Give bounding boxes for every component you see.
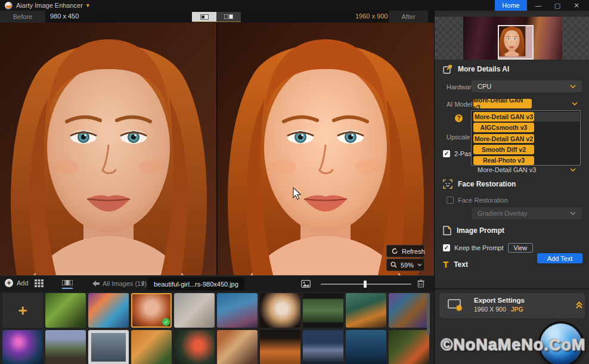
zoom-control[interactable]: 59% bbox=[386, 259, 424, 271]
thumbnail-scrollbar[interactable] bbox=[427, 293, 430, 335]
export-settings-block[interactable]: Export Settings 1960 X 900JPG bbox=[439, 293, 585, 318]
thumbnail-tiger[interactable] bbox=[131, 330, 172, 364]
keep-prompt-row: ✓ Keep the Prompt View bbox=[443, 243, 533, 253]
home-button[interactable]: Home bbox=[495, 0, 527, 11]
plus-icon: + bbox=[18, 303, 27, 318]
navigator-viewport-box[interactable] bbox=[498, 25, 534, 60]
export-settings-title: Export Settings bbox=[474, 297, 525, 304]
split-view-button[interactable] bbox=[192, 12, 216, 21]
upscale-label: Upscale bbox=[447, 133, 470, 141]
settings-sidebar: More Details AI Hardware CPU AI Model Mo… bbox=[434, 11, 589, 364]
thumbnail-framed-beach-photo[interactable] bbox=[88, 330, 129, 364]
back-arrow-icon[interactable] bbox=[92, 281, 100, 288]
refresh-button[interactable]: Refresh bbox=[386, 245, 424, 257]
export-settings-icon bbox=[448, 299, 463, 312]
close-button[interactable]: ✕ bbox=[568, 0, 585, 11]
ai-model-option[interactable]: Smooth Diff v2 bbox=[473, 145, 580, 154]
hardware-select[interactable]: CPU bbox=[472, 80, 582, 92]
ai-model-option[interactable]: More-Detail GAN v3 bbox=[473, 112, 579, 122]
thumbnail-braided-woman[interactable] bbox=[217, 330, 258, 364]
thumbnail-forest-landscape[interactable] bbox=[303, 293, 343, 328]
help-icon[interactable]: ? bbox=[455, 114, 463, 122]
thumbnail-game-gem-icons[interactable] bbox=[389, 293, 429, 328]
thumbnail-green-foliage-girl[interactable] bbox=[45, 293, 86, 328]
ai-model-option[interactable]: AIGCsmooth v3 bbox=[473, 123, 580, 132]
ai-model-option-pill[interactable]: AIGCsmooth v3 bbox=[473, 123, 534, 132]
export-format: JPG bbox=[511, 306, 523, 313]
mouse-cursor bbox=[291, 187, 303, 200]
thumbnail-night-mountains[interactable] bbox=[303, 330, 343, 364]
refresh-label: Refresh bbox=[402, 248, 425, 255]
zoom-chevron-icon bbox=[417, 263, 422, 266]
thumbnail-jellyfish[interactable] bbox=[2, 330, 43, 364]
ai-model-option-pill[interactable]: More-Detail GAN v2 bbox=[473, 134, 534, 144]
thumbnail-white-flower[interactable] bbox=[260, 293, 300, 328]
add-image-button[interactable]: + Add bbox=[5, 279, 29, 287]
thumbnail-blonde-woman[interactable] bbox=[174, 293, 215, 328]
section-face-restoration: Face Restoration bbox=[443, 179, 516, 189]
watermark: ©NoNaMeNo.CoM bbox=[437, 336, 589, 354]
thumbnail-flower-crown-woman[interactable] bbox=[88, 293, 129, 328]
image-compare-viewer[interactable]: Refresh 59% bbox=[0, 23, 434, 275]
face-restoration-checkbox[interactable] bbox=[447, 197, 454, 204]
thumbnail-size-slider[interactable] bbox=[321, 284, 411, 285]
thumbnail-parrot-bird[interactable] bbox=[174, 330, 215, 364]
app-menu-chevron-icon[interactable]: ▾ bbox=[86, 2, 89, 8]
text-tool-icon: T bbox=[443, 259, 448, 269]
thumbnail-browser: +✓ bbox=[0, 292, 434, 364]
maximize-button[interactable]: ▢ bbox=[548, 0, 566, 11]
ai-model-chevron-icon[interactable] bbox=[572, 102, 578, 105]
thumbnail-blue-bottles[interactable] bbox=[217, 293, 258, 328]
image-prompt-title: Image Prompt bbox=[457, 226, 504, 235]
before-tab[interactable]: Before bbox=[0, 11, 45, 23]
add-image-tile[interactable]: + bbox=[2, 293, 43, 328]
slider-thumb[interactable] bbox=[364, 281, 367, 288]
second-model-value: More-Detail GAN v3 bbox=[478, 166, 536, 173]
side-by-side-icon bbox=[224, 14, 233, 19]
minimize-button[interactable]: — bbox=[529, 0, 547, 11]
gradient-overlay-select[interactable]: Gradient Overlay bbox=[472, 207, 582, 219]
after-tab[interactable]: After bbox=[389, 11, 428, 23]
ai-model-option-pill[interactable]: Smooth Diff v2 bbox=[473, 145, 534, 154]
thumbnail-mountain-truck[interactable] bbox=[45, 330, 86, 364]
zoom-navigator[interactable] bbox=[435, 17, 589, 60]
ai-model-option[interactable]: Real-Photo v3 bbox=[473, 156, 580, 166]
face-restoration-checkbox-row[interactable]: Face Restoration bbox=[447, 197, 508, 204]
thumbnail-old-man-orange[interactable] bbox=[260, 330, 300, 364]
sidebar-divider bbox=[435, 288, 589, 290]
thumbnail-underwater-diver[interactable] bbox=[346, 330, 386, 364]
side-by-side-view-button[interactable] bbox=[216, 12, 241, 21]
keep-prompt-checkbox[interactable]: ✓ bbox=[443, 244, 450, 251]
ai-model-dropdown-list: More-Detail GAN v3AIGCsmooth v3More-Deta… bbox=[471, 110, 581, 166]
thumbnail-row-2 bbox=[2, 330, 429, 364]
ai-model-option-pill[interactable]: More-Detail GAN v3 bbox=[473, 112, 534, 122]
second-model-select[interactable]: More-Detail GAN v3 bbox=[472, 164, 582, 176]
ai-model-selected-pill[interactable]: More-Detail GAN v3 bbox=[473, 99, 532, 108]
plus-icon: + bbox=[5, 279, 13, 287]
view-prompt-button[interactable]: View bbox=[508, 243, 534, 253]
compare-divider[interactable] bbox=[216, 23, 218, 275]
text-title: Text bbox=[454, 260, 468, 269]
grid-view-icon[interactable] bbox=[35, 279, 44, 288]
trash-icon[interactable] bbox=[417, 279, 424, 289]
thumbnail-redhead-portrait[interactable]: ✓ bbox=[131, 293, 172, 328]
section-more-details: More Details AI bbox=[443, 64, 509, 74]
face-restoration-checkbox-label: Face Restoration bbox=[458, 197, 508, 204]
ai-model-option[interactable]: More-Detail GAN v2 bbox=[473, 134, 580, 144]
export-collapse-icon[interactable] bbox=[575, 301, 583, 309]
thumbnail-jar-terrarium[interactable] bbox=[346, 293, 386, 328]
two-pass-checkbox[interactable]: ✓ bbox=[443, 150, 450, 157]
breadcrumb[interactable]: All Images (19) bbox=[103, 280, 147, 287]
two-pass-checkbox-row[interactable]: ✓ 2-Pass bbox=[443, 150, 475, 157]
ai-model-option-pill[interactable]: Real-Photo v3 bbox=[473, 156, 534, 166]
current-filename: beautiful-girl...rs-980x450.jpg bbox=[148, 278, 244, 290]
thumbnail-jungle-soldiers[interactable] bbox=[389, 330, 429, 364]
add-label: Add bbox=[17, 279, 29, 287]
filmstrip-view-icon[interactable] bbox=[62, 279, 73, 289]
add-text-button[interactable]: Add Text bbox=[537, 253, 582, 263]
app-title: Aiarty Image Enhancer bbox=[16, 2, 83, 9]
keep-prompt-label: Keep the Prompt bbox=[454, 244, 504, 251]
thumbnail-row-1: +✓ bbox=[2, 293, 429, 328]
section-image-prompt: Image Prompt bbox=[443, 226, 504, 235]
selected-check-icon: ✓ bbox=[162, 318, 170, 326]
